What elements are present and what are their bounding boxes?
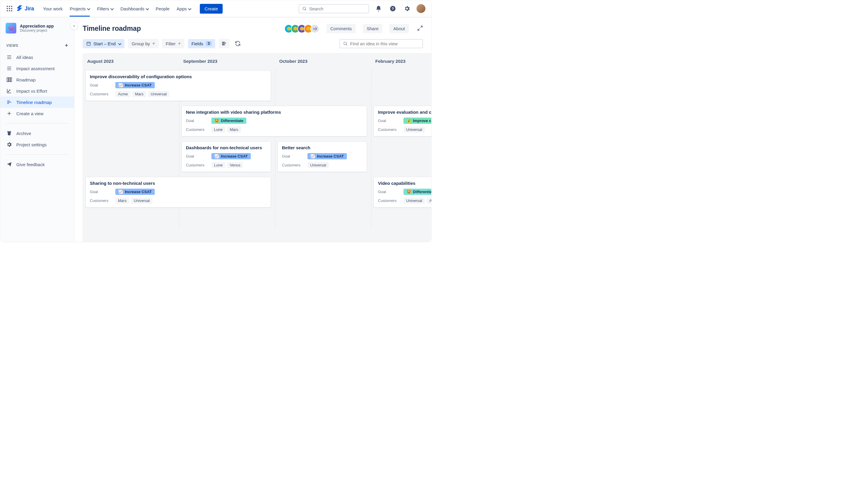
nav-apps[interactable]: Apps xyxy=(177,6,191,11)
timeline-col-oct: October 2023 xyxy=(275,59,371,64)
svg-rect-2 xyxy=(11,6,13,7)
svg-rect-0 xyxy=(7,6,8,7)
project-icon: 👾 xyxy=(6,23,16,34)
nav-your-work[interactable]: Your work xyxy=(43,6,62,11)
logo-text: Jira xyxy=(24,6,34,12)
svg-rect-6 xyxy=(7,11,8,12)
global-search[interactable] xyxy=(299,4,369,13)
help-icon[interactable]: ? xyxy=(388,4,398,13)
filter-button[interactable]: Filter+ xyxy=(162,39,184,48)
svg-rect-34 xyxy=(87,42,90,45)
svg-rect-5 xyxy=(11,8,13,9)
project-type: Discovery project xyxy=(20,28,54,33)
sidebar-item-project-settings[interactable]: Project settings xyxy=(0,139,74,150)
svg-rect-1 xyxy=(9,6,10,7)
sidebar-item-impact-vs-effort[interactable]: Impact vs Effort xyxy=(0,85,74,97)
collapse-sidebar-button[interactable] xyxy=(70,22,78,30)
expand-icon[interactable] xyxy=(417,25,423,32)
svg-point-24 xyxy=(8,91,9,92)
timeline-header: August 2023 September 2023 October 2023 … xyxy=(83,54,431,69)
group-by-button[interactable]: Group by+ xyxy=(128,39,159,48)
settings-pill-icon[interactable] xyxy=(219,39,230,48)
project-header[interactable]: 👾 Appreciation app Discovery project xyxy=(0,23,74,39)
comments-button[interactable]: Comments xyxy=(326,24,356,33)
svg-rect-7 xyxy=(9,11,10,12)
idea-search[interactable] xyxy=(340,39,423,48)
settings-icon[interactable] xyxy=(402,4,412,13)
refresh-icon[interactable] xyxy=(233,38,242,49)
idea-card[interactable]: Sharing to non-technical users Goal 📈 In… xyxy=(85,177,271,208)
idea-search-input[interactable] xyxy=(350,41,419,46)
svg-rect-31 xyxy=(7,131,11,132)
nav-dashboards[interactable]: Dashboards xyxy=(120,6,148,11)
svg-rect-19 xyxy=(7,78,8,81)
date-range-button[interactable]: Start – End xyxy=(83,39,125,48)
create-button[interactable]: Create xyxy=(200,4,223,14)
nav-people[interactable]: People xyxy=(156,6,169,11)
sidebar-item-timeline-roadmap[interactable]: Timeline roadmap xyxy=(0,97,74,108)
svg-point-9 xyxy=(303,7,306,10)
fields-button[interactable]: Fields3 xyxy=(188,39,216,48)
goal-tag: 📈 Increase CSAT xyxy=(115,82,155,88)
collaborator-avatars[interactable]: 🙂 🙂 🙂 🙂 +3 xyxy=(284,24,319,33)
idea-card[interactable]: New integration with video sharing platf… xyxy=(181,106,367,136)
user-avatar[interactable] xyxy=(416,4,426,13)
svg-point-42 xyxy=(344,42,346,45)
idea-card[interactable]: Improve evaluation and co Goal 💰 Improve… xyxy=(374,106,431,136)
svg-line-43 xyxy=(346,44,347,45)
sidebar-item-give-feedback[interactable]: Give feedback xyxy=(0,159,74,170)
jira-logo[interactable]: Jira xyxy=(16,5,34,12)
svg-rect-38 xyxy=(222,42,223,45)
svg-rect-21 xyxy=(11,78,12,81)
svg-line-10 xyxy=(305,10,306,11)
svg-rect-3 xyxy=(7,8,8,9)
idea-card[interactable]: Improve discoverability of configuration… xyxy=(85,70,271,101)
sidebar-item-roadmap[interactable]: Roadmap xyxy=(0,74,74,85)
svg-rect-20 xyxy=(8,78,10,81)
nav-filters[interactable]: Filters xyxy=(97,6,113,11)
timeline-col-feb: February 2023 xyxy=(371,59,431,64)
share-button[interactable]: Share xyxy=(363,24,382,33)
sidebar-item-create-view[interactable]: Create a view xyxy=(0,108,74,119)
svg-rect-4 xyxy=(9,8,10,9)
svg-line-33 xyxy=(418,29,420,31)
sidebar-item-all-ideas[interactable]: All ideas xyxy=(0,52,74,63)
sidebar: 👾 Appreciation app Discovery project VIE… xyxy=(0,18,74,242)
main-content: Timeline roadmap 🙂 🙂 🙂 🙂 +3 Comments Sha… xyxy=(74,18,431,242)
project-name: Appreciation app xyxy=(20,24,54,28)
top-nav: Jira Your work Projects Filters Dashboar… xyxy=(0,0,431,18)
nav-projects[interactable]: Projects xyxy=(70,6,90,17)
timeline-col-sep: September 2023 xyxy=(179,59,275,64)
add-view-icon[interactable]: + xyxy=(65,42,68,49)
app-switcher-icon[interactable] xyxy=(6,5,13,12)
idea-card[interactable]: Dashboards for non-technical users Goal … xyxy=(181,141,271,172)
about-button[interactable]: About xyxy=(390,24,409,33)
idea-card[interactable]: Better search Goal 📈 Increase CSAT Custo… xyxy=(277,141,367,172)
notifications-icon[interactable] xyxy=(374,4,383,13)
sidebar-item-archive[interactable]: Archive xyxy=(0,128,74,139)
timeline[interactable]: August 2023 September 2023 October 2023 … xyxy=(83,53,431,242)
svg-line-32 xyxy=(421,26,422,28)
svg-rect-8 xyxy=(11,11,13,12)
svg-point-25 xyxy=(9,90,10,91)
svg-rect-39 xyxy=(224,42,225,45)
views-section-label: VIEWS + xyxy=(0,39,74,52)
page-title: Timeline roadmap xyxy=(83,24,141,33)
sidebar-item-impact-assessment[interactable]: Impact assessment xyxy=(0,63,74,74)
svg-text:?: ? xyxy=(392,6,394,11)
search-input[interactable] xyxy=(309,6,365,11)
idea-card[interactable]: Video capabilities Goal 🤩 Differentiate … xyxy=(374,177,431,208)
timeline-col-aug: August 2023 xyxy=(83,59,179,64)
